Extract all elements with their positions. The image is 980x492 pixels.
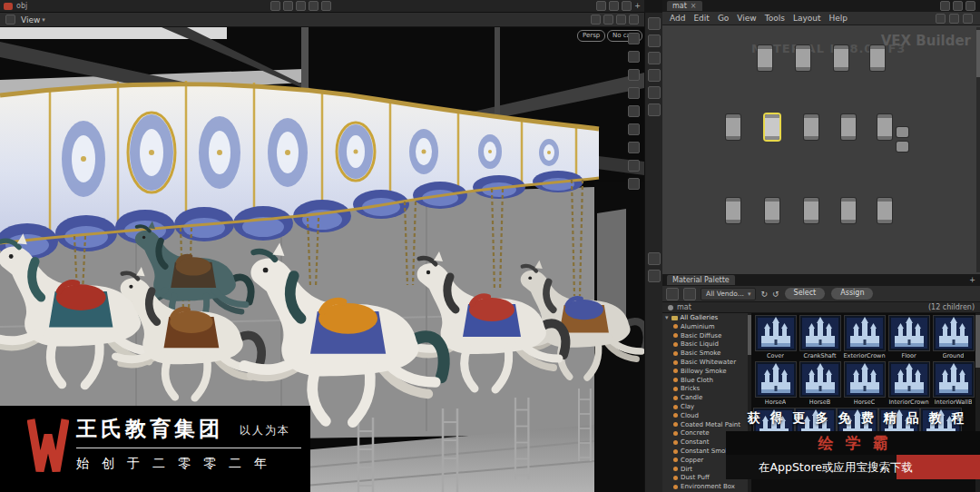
gallery-item[interactable]: Basic Whitewater xyxy=(662,358,751,367)
chevron-down-icon: ▾ xyxy=(748,290,751,298)
move-tool-icon[interactable] xyxy=(628,51,640,63)
material-thumbnail[interactable]: InteriorCrown xyxy=(887,361,931,408)
material-thumbnail[interactable]: HorseB xyxy=(798,361,842,408)
refresh-icon[interactable]: ↻ xyxy=(760,289,768,300)
strip-icon[interactable] xyxy=(648,52,661,64)
persp-badge[interactable]: Persp xyxy=(577,30,605,42)
reload-icon[interactable]: ↺ xyxy=(772,289,779,300)
network-node[interactable] xyxy=(877,114,892,140)
gallery-item[interactable]: Billowy Smoke xyxy=(662,367,751,376)
network-node[interactable] xyxy=(804,198,818,223)
menu-item[interactable]: Go xyxy=(718,14,729,23)
network-editor-canvas[interactable]: MATERIAL H18.0.7F3 VEX Builder xyxy=(662,25,980,274)
network-node[interactable] xyxy=(765,114,779,140)
network-node[interactable] xyxy=(765,198,779,223)
vendor-filter-dropdown[interactable]: All Vendo... ▾ xyxy=(701,288,756,300)
network-node[interactable] xyxy=(804,114,818,140)
network-node[interactable] xyxy=(726,198,740,223)
strip-icon[interactable] xyxy=(648,270,661,282)
network-node[interactable] xyxy=(841,198,856,223)
view-tool-icon[interactable] xyxy=(628,123,640,135)
gallery-item[interactable]: Blue Cloth xyxy=(662,376,751,385)
shade-tool-icon[interactable] xyxy=(628,160,640,172)
toolbar-icon[interactable] xyxy=(622,1,632,11)
network-node[interactable] xyxy=(834,45,848,71)
strip-icon[interactable] xyxy=(648,252,661,265)
toolbar-icon[interactable] xyxy=(609,1,619,11)
gallery-item[interactable]: Bricks xyxy=(662,385,751,394)
link-icon[interactable] xyxy=(949,14,959,24)
castle-thumbnail-image xyxy=(888,361,930,398)
network-node[interactable] xyxy=(897,142,908,152)
viewport-menu-icon[interactable] xyxy=(5,15,15,25)
viewport-toolbar-icon[interactable] xyxy=(591,15,601,25)
material-thumbnail[interactable]: Cover xyxy=(753,315,798,361)
menu-item[interactable]: Edit xyxy=(693,14,709,23)
strip-icon[interactable] xyxy=(648,86,661,99)
panel-split-icon[interactable] xyxy=(953,1,963,11)
toolbar-icon[interactable] xyxy=(596,1,606,11)
strip-icon[interactable] xyxy=(648,17,661,30)
select-button[interactable]: Select xyxy=(784,287,827,300)
strip-icon[interactable] xyxy=(648,34,661,47)
panel-menu-icon[interactable] xyxy=(965,1,975,11)
network-node[interactable] xyxy=(870,45,885,71)
rotate-tool-icon[interactable] xyxy=(628,69,640,81)
gallery-item[interactable]: Basic Diffuse xyxy=(662,331,751,340)
gallery-item[interactable]: Candle xyxy=(662,393,751,402)
menu-item[interactable]: View xyxy=(737,14,756,23)
network-node[interactable] xyxy=(796,45,810,71)
toolbar-icon[interactable] xyxy=(283,1,293,11)
viewport-toolbar-icon[interactable] xyxy=(603,15,613,25)
network-node[interactable] xyxy=(758,45,772,71)
plus-icon[interactable]: + xyxy=(634,2,641,10)
viewport-toolbar-icon[interactable] xyxy=(616,15,626,25)
gallery-item[interactable]: Basic Liquid xyxy=(662,340,751,349)
scale-tool-icon[interactable] xyxy=(628,87,640,99)
material-thumbnail[interactable]: HorseC xyxy=(842,361,887,408)
strip-icon[interactable] xyxy=(648,103,661,116)
gallery-item[interactable]: Environment Box xyxy=(662,482,751,491)
display-tool-icon[interactable] xyxy=(628,142,640,153)
gear-icon[interactable] xyxy=(683,288,696,300)
material-thumbnail[interactable]: Floor xyxy=(887,315,931,361)
snap-tool-icon[interactable] xyxy=(628,105,640,117)
gallery-item[interactable]: Basic Smoke xyxy=(662,349,751,358)
add-tab-icon[interactable]: + xyxy=(969,276,975,284)
material-thumbnail[interactable]: Ground xyxy=(931,315,975,361)
network-node[interactable] xyxy=(897,127,908,137)
menu-item[interactable]: Help xyxy=(829,14,848,23)
tab-material-palette[interactable]: Material Palette xyxy=(667,275,735,285)
menu-item[interactable]: Add xyxy=(670,14,685,23)
grid-tool-icon[interactable] xyxy=(628,178,640,190)
toolbar-icon[interactable] xyxy=(321,1,331,11)
strip-icon[interactable] xyxy=(648,69,661,82)
palette-icon[interactable] xyxy=(666,288,679,300)
viewport-toolbar-icon[interactable] xyxy=(629,15,639,25)
network-node[interactable] xyxy=(726,114,740,140)
network-node[interactable] xyxy=(877,198,892,223)
panel-layout-icon[interactable] xyxy=(940,1,950,11)
view-menu[interactable]: View ▾ xyxy=(21,15,45,25)
material-thumbnail[interactable]: ExteriorCrown xyxy=(842,315,887,361)
gallery-item[interactable]: Aluminium xyxy=(662,322,751,331)
gallery-root-item[interactable]: ▾ All Galleries xyxy=(662,313,751,322)
menu-item[interactable]: Tools xyxy=(765,14,785,23)
settings-icon[interactable] xyxy=(963,14,973,24)
toolbar-icon[interactable] xyxy=(270,1,280,11)
network-node[interactable] xyxy=(841,114,856,140)
assign-button[interactable]: Assign xyxy=(830,287,874,300)
context-label: obj xyxy=(16,2,27,10)
tab-mat[interactable]: mat × xyxy=(667,1,702,11)
material-thumbnail[interactable]: HorseA xyxy=(753,361,798,408)
network-scrollbar[interactable] xyxy=(976,27,980,272)
select-tool-icon[interactable] xyxy=(628,33,640,44)
toolbar-icon[interactable] xyxy=(309,1,318,11)
menu-item[interactable]: Layout xyxy=(793,14,821,23)
close-icon[interactable]: × xyxy=(691,2,697,10)
material-thumbnail[interactable]: InteriorWallB xyxy=(931,361,975,408)
pin-icon[interactable] xyxy=(936,14,946,24)
toolbar-icon[interactable] xyxy=(296,1,306,11)
material-thumbnail[interactable]: CrankShaft xyxy=(798,315,842,361)
chevron-down-icon[interactable]: ▾ xyxy=(665,314,669,321)
